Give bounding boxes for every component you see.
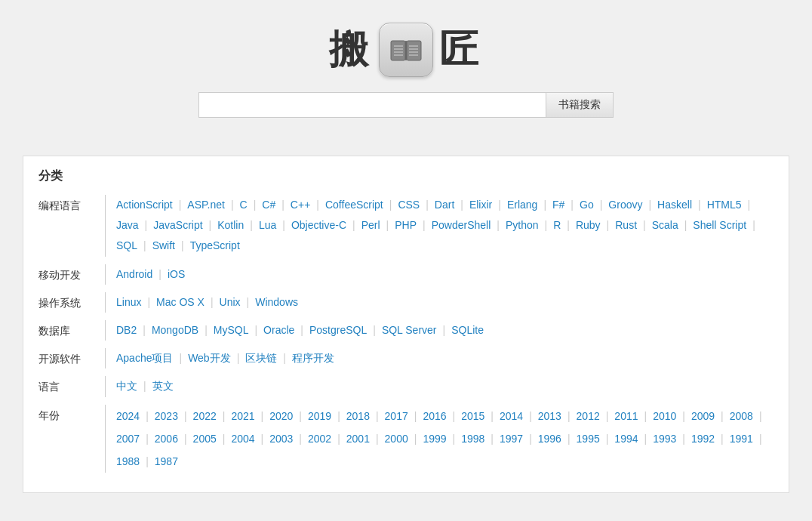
link-f#[interactable]: F# (548, 195, 569, 215)
link-1994[interactable]: 1994 (610, 427, 642, 450)
link-mac-os-x[interactable]: Mac OS X (152, 292, 209, 313)
link-2010[interactable]: 2010 (648, 405, 681, 427)
link-objective-c[interactable]: Objective-C (287, 215, 351, 236)
link-sqlite[interactable]: SQLite (447, 320, 488, 341)
link-1998[interactable]: 1998 (457, 427, 489, 450)
link-asp.net[interactable]: ASP.net (183, 195, 229, 215)
link-r[interactable]: R (549, 215, 565, 236)
link-perl[interactable]: Perl (357, 215, 385, 236)
link-ios[interactable]: iOS (163, 264, 189, 285)
link-mysql[interactable]: MySQL (209, 320, 254, 341)
link-haskell[interactable]: Haskell (653, 195, 697, 215)
link-2006[interactable]: 2006 (150, 427, 183, 450)
link-sql[interactable]: SQL (112, 236, 142, 256)
link-unix[interactable]: Unix (215, 292, 245, 313)
link-php[interactable]: PHP (390, 215, 421, 236)
link-程序开发[interactable]: 程序开发 (288, 348, 339, 368)
link-2023[interactable]: 2023 (150, 405, 183, 427)
link-sep: | (385, 216, 391, 235)
link-区块链[interactable]: 区块链 (241, 348, 281, 368)
link-apache项目[interactable]: Apache项目 (112, 348, 177, 368)
link-elixir[interactable]: Elixir (465, 195, 497, 215)
link-c#[interactable]: C# (257, 195, 280, 215)
link-sep: | (604, 405, 611, 427)
link-2018[interactable]: 2018 (342, 405, 374, 427)
link-2021[interactable]: 2021 (226, 405, 259, 427)
link-lua[interactable]: Lua (254, 215, 281, 236)
link-2000[interactable]: 2000 (380, 427, 413, 450)
link-2019[interactable]: 2019 (303, 405, 336, 427)
link-1995[interactable]: 1995 (572, 427, 604, 450)
link-2001[interactable]: 2001 (342, 427, 374, 450)
link-web开发[interactable]: Web开发 (183, 348, 235, 368)
link-2004[interactable]: 2004 (226, 427, 259, 450)
link-erlang[interactable]: Erlang (503, 195, 542, 215)
link-sep: | (565, 216, 571, 235)
link-powdershell[interactable]: PowderShell (427, 215, 496, 236)
link-javascript[interactable]: JavaScript (149, 215, 207, 236)
link-c++[interactable]: C++ (286, 195, 315, 215)
link-db2[interactable]: DB2 (112, 320, 141, 341)
link-英文[interactable]: 英文 (148, 376, 178, 396)
link-java[interactable]: Java (112, 215, 143, 236)
link-2014[interactable]: 2014 (495, 405, 527, 427)
link-android[interactable]: Android (112, 264, 157, 285)
link-go[interactable]: Go (575, 195, 598, 215)
link-dart[interactable]: Dart (430, 195, 459, 215)
link-sql-server[interactable]: SQL Server (377, 320, 441, 341)
link-typescript[interactable]: TypeScript (186, 236, 245, 256)
link-1996[interactable]: 1996 (534, 427, 566, 450)
link-css[interactable]: CSS (393, 195, 424, 215)
link-2012[interactable]: 2012 (572, 405, 604, 427)
link-2008[interactable]: 2008 (725, 405, 758, 427)
link-1987[interactable]: 1987 (150, 450, 183, 473)
link-c[interactable]: C (235, 195, 252, 215)
link-2007[interactable]: 2007 (112, 427, 144, 450)
link-windows[interactable]: Windows (251, 292, 303, 313)
link-1993[interactable]: 1993 (648, 427, 681, 450)
link-2003[interactable]: 2003 (265, 427, 297, 450)
link-scala[interactable]: Scala (647, 215, 683, 236)
link-2015[interactable]: 2015 (457, 405, 489, 427)
link-1997[interactable]: 1997 (495, 427, 527, 450)
link-sep: | (142, 236, 148, 255)
row-label-0: 编程语言 (38, 195, 99, 215)
link-actionscript[interactable]: ActionScript (112, 195, 177, 215)
search-input[interactable] (198, 92, 546, 118)
link-linux[interactable]: Linux (112, 292, 146, 313)
link-2013[interactable]: 2013 (534, 405, 566, 427)
link-1999[interactable]: 1999 (418, 427, 451, 450)
link-sep: | (374, 405, 380, 427)
link-groovy[interactable]: Groovy (604, 195, 647, 215)
link-sep: | (441, 321, 448, 340)
link-sep: | (245, 293, 251, 312)
link-1988[interactable]: 1988 (112, 450, 144, 473)
link-2011[interactable]: 2011 (610, 405, 642, 427)
link-1992[interactable]: 1992 (687, 427, 719, 450)
link-postgresql[interactable]: PostgreSQL (305, 320, 371, 341)
link-2022[interactable]: 2022 (189, 405, 221, 427)
link-sep: | (566, 405, 572, 427)
link-kotlin[interactable]: Kotlin (213, 215, 248, 236)
link-shell-script[interactable]: Shell Script (688, 215, 751, 236)
link-2005[interactable]: 2005 (189, 427, 221, 450)
link-2002[interactable]: 2002 (303, 427, 336, 450)
link-swift[interactable]: Swift (148, 236, 180, 256)
link-2024[interactable]: 2024 (112, 405, 144, 427)
link-coffeescript[interactable]: CoffeeScript (321, 195, 388, 215)
link-ruby[interactable]: Ruby (571, 215, 605, 236)
link-2017[interactable]: 2017 (380, 405, 413, 427)
link-2009[interactable]: 2009 (687, 405, 719, 427)
link-mongodb[interactable]: MongoDB (147, 320, 203, 341)
link-sep: | (371, 321, 377, 340)
link-2020[interactable]: 2020 (265, 405, 297, 427)
link-python[interactable]: Python (501, 215, 543, 236)
link-中文[interactable]: 中文 (112, 376, 142, 396)
link-oracle[interactable]: Oracle (259, 320, 299, 341)
link-2016[interactable]: 2016 (418, 405, 451, 427)
link-rust[interactable]: Rust (611, 215, 641, 236)
link-sep: | (451, 428, 457, 449)
search-button[interactable]: 书籍搜索 (546, 92, 614, 118)
link-html5[interactable]: HTML5 (703, 195, 746, 215)
link-1991[interactable]: 1991 (725, 427, 758, 450)
